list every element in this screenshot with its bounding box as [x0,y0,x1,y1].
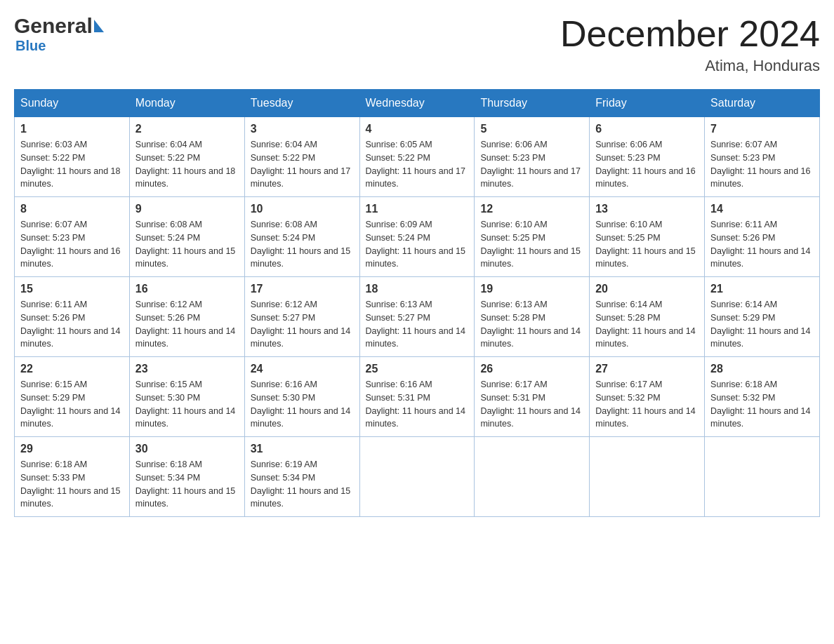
page-header: General Blue December 2024 Atima, Hondur… [14,14,820,75]
calendar-cell: 21Sunrise: 6:14 AMSunset: 5:29 PMDayligh… [705,277,820,357]
logo-general-text: General [14,14,93,38]
calendar-cell: 12Sunrise: 6:10 AMSunset: 5:25 PMDayligh… [475,197,590,277]
day-info: Sunrise: 6:10 AMSunset: 5:25 PMDaylight:… [480,218,583,271]
day-info: Sunrise: 6:08 AMSunset: 5:24 PMDaylight:… [135,218,239,271]
week-row-4: 22Sunrise: 6:15 AMSunset: 5:29 PMDayligh… [15,357,820,437]
calendar-cell: 9Sunrise: 6:08 AMSunset: 5:24 PMDaylight… [129,197,244,277]
logo-arrow-icon [94,20,104,32]
logo-blue-text: Blue [15,38,46,54]
calendar-cell: 8Sunrise: 6:07 AMSunset: 5:23 PMDaylight… [15,197,130,277]
calendar-cell: 16Sunrise: 6:12 AMSunset: 5:26 PMDayligh… [129,277,244,357]
calendar-cell: 11Sunrise: 6:09 AMSunset: 5:24 PMDayligh… [359,197,475,277]
calendar-table: SundayMondayTuesdayWednesdayThursdayFrid… [14,89,820,517]
calendar-cell: 24Sunrise: 6:16 AMSunset: 5:30 PMDayligh… [244,357,359,437]
calendar-cell: 29Sunrise: 6:18 AMSunset: 5:33 PMDayligh… [15,437,130,517]
day-number: 20 [595,283,699,295]
calendar-cell: 18Sunrise: 6:13 AMSunset: 5:27 PMDayligh… [359,277,475,357]
week-row-5: 29Sunrise: 6:18 AMSunset: 5:33 PMDayligh… [15,437,820,517]
calendar-cell: 26Sunrise: 6:17 AMSunset: 5:31 PMDayligh… [475,357,590,437]
day-info: Sunrise: 6:04 AMSunset: 5:22 PMDaylight:… [251,138,354,191]
title-section: December 2024 Atima, Honduras [560,14,820,75]
day-info: Sunrise: 6:03 AMSunset: 5:22 PMDaylight:… [20,138,124,191]
column-header-thursday: Thursday [475,90,590,117]
day-number: 8 [20,203,124,215]
day-info: Sunrise: 6:16 AMSunset: 5:31 PMDaylight:… [366,378,469,431]
calendar-cell: 13Sunrise: 6:10 AMSunset: 5:25 PMDayligh… [590,197,705,277]
column-header-sunday: Sunday [15,90,130,117]
column-header-tuesday: Tuesday [244,90,359,117]
day-info: Sunrise: 6:05 AMSunset: 5:22 PMDaylight:… [366,138,469,191]
day-number: 27 [595,363,699,375]
day-info: Sunrise: 6:17 AMSunset: 5:32 PMDaylight:… [595,378,699,431]
day-info: Sunrise: 6:12 AMSunset: 5:26 PMDaylight:… [135,298,239,351]
day-number: 28 [710,363,814,375]
calendar-cell: 10Sunrise: 6:08 AMSunset: 5:24 PMDayligh… [244,197,359,277]
calendar-cell: 2Sunrise: 6:04 AMSunset: 5:22 PMDaylight… [129,117,244,197]
day-number: 3 [251,123,354,135]
day-number: 17 [251,283,354,295]
day-number: 5 [480,123,583,135]
day-number: 18 [366,283,469,295]
calendar-cell: 15Sunrise: 6:11 AMSunset: 5:26 PMDayligh… [15,277,130,357]
calendar-header-row: SundayMondayTuesdayWednesdayThursdayFrid… [15,90,820,117]
calendar-cell: 5Sunrise: 6:06 AMSunset: 5:23 PMDaylight… [475,117,590,197]
day-number: 6 [595,123,699,135]
day-number: 16 [135,283,239,295]
calendar-cell [359,437,475,517]
day-number: 14 [710,203,814,215]
column-header-saturday: Saturday [705,90,820,117]
day-info: Sunrise: 6:15 AMSunset: 5:30 PMDaylight:… [135,378,239,431]
calendar-cell: 22Sunrise: 6:15 AMSunset: 5:29 PMDayligh… [15,357,130,437]
day-info: Sunrise: 6:15 AMSunset: 5:29 PMDaylight:… [20,378,124,431]
calendar-cell: 30Sunrise: 6:18 AMSunset: 5:34 PMDayligh… [129,437,244,517]
calendar-cell: 27Sunrise: 6:17 AMSunset: 5:32 PMDayligh… [590,357,705,437]
day-info: Sunrise: 6:13 AMSunset: 5:28 PMDaylight:… [480,298,583,351]
calendar-cell [475,437,590,517]
day-info: Sunrise: 6:07 AMSunset: 5:23 PMDaylight:… [20,218,124,271]
calendar-cell: 20Sunrise: 6:14 AMSunset: 5:28 PMDayligh… [590,277,705,357]
day-info: Sunrise: 6:17 AMSunset: 5:31 PMDaylight:… [480,378,583,431]
week-row-2: 8Sunrise: 6:07 AMSunset: 5:23 PMDaylight… [15,197,820,277]
calendar-cell: 31Sunrise: 6:19 AMSunset: 5:34 PMDayligh… [244,437,359,517]
calendar-cell: 23Sunrise: 6:15 AMSunset: 5:30 PMDayligh… [129,357,244,437]
day-info: Sunrise: 6:18 AMSunset: 5:32 PMDaylight:… [710,378,814,431]
day-number: 19 [480,283,583,295]
calendar-cell: 3Sunrise: 6:04 AMSunset: 5:22 PMDaylight… [244,117,359,197]
day-number: 11 [366,203,469,215]
day-number: 26 [480,363,583,375]
month-title: December 2024 [560,14,820,54]
week-row-3: 15Sunrise: 6:11 AMSunset: 5:26 PMDayligh… [15,277,820,357]
day-info: Sunrise: 6:18 AMSunset: 5:33 PMDaylight:… [20,458,124,511]
day-number: 2 [135,123,239,135]
day-info: Sunrise: 6:06 AMSunset: 5:23 PMDaylight:… [595,138,699,191]
day-number: 24 [251,363,354,375]
day-info: Sunrise: 6:14 AMSunset: 5:29 PMDaylight:… [710,298,814,351]
day-info: Sunrise: 6:19 AMSunset: 5:34 PMDaylight:… [251,458,354,511]
calendar-cell: 14Sunrise: 6:11 AMSunset: 5:26 PMDayligh… [705,197,820,277]
day-info: Sunrise: 6:10 AMSunset: 5:25 PMDaylight:… [595,218,699,271]
day-info: Sunrise: 6:07 AMSunset: 5:23 PMDaylight:… [710,138,814,191]
day-number: 25 [366,363,469,375]
column-header-wednesday: Wednesday [359,90,475,117]
day-number: 12 [480,203,583,215]
calendar-cell: 6Sunrise: 6:06 AMSunset: 5:23 PMDaylight… [590,117,705,197]
day-number: 7 [710,123,814,135]
calendar-cell: 4Sunrise: 6:05 AMSunset: 5:22 PMDaylight… [359,117,475,197]
calendar-cell [705,437,820,517]
day-info: Sunrise: 6:06 AMSunset: 5:23 PMDaylight:… [480,138,583,191]
day-number: 10 [251,203,354,215]
column-header-friday: Friday [590,90,705,117]
calendar-cell: 19Sunrise: 6:13 AMSunset: 5:28 PMDayligh… [475,277,590,357]
day-info: Sunrise: 6:12 AMSunset: 5:27 PMDaylight:… [251,298,354,351]
calendar-cell: 1Sunrise: 6:03 AMSunset: 5:22 PMDaylight… [15,117,130,197]
calendar-cell: 7Sunrise: 6:07 AMSunset: 5:23 PMDaylight… [705,117,820,197]
week-row-1: 1Sunrise: 6:03 AMSunset: 5:22 PMDaylight… [15,117,820,197]
day-number: 9 [135,203,239,215]
day-info: Sunrise: 6:18 AMSunset: 5:34 PMDaylight:… [135,458,239,511]
day-info: Sunrise: 6:04 AMSunset: 5:22 PMDaylight:… [135,138,239,191]
calendar-cell: 28Sunrise: 6:18 AMSunset: 5:32 PMDayligh… [705,357,820,437]
day-info: Sunrise: 6:16 AMSunset: 5:30 PMDaylight:… [251,378,354,431]
calendar-cell: 25Sunrise: 6:16 AMSunset: 5:31 PMDayligh… [359,357,475,437]
day-info: Sunrise: 6:08 AMSunset: 5:24 PMDaylight:… [251,218,354,271]
day-number: 29 [20,443,124,455]
